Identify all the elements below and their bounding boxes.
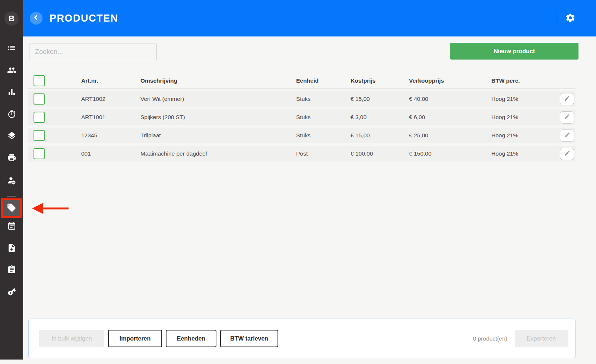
vat-rates-button[interactable]: BTW tarieven — [220, 330, 278, 347]
cell-btw: Hoog 21% — [491, 96, 560, 102]
stopwatch-icon — [7, 109, 16, 120]
cell-eenheid: Post — [296, 150, 351, 157]
sidebar-item-stock[interactable] — [4, 129, 19, 144]
cell-omschrijving: Spijkers (200 ST) — [140, 114, 296, 121]
sidebar-item-receipts[interactable] — [4, 151, 19, 166]
annotation-arrow — [32, 203, 69, 214]
import-button[interactable]: Importeren — [108, 330, 162, 347]
table-header-row: Art.nr. Omschrijving Eenheid Kostprijs V… — [28, 73, 576, 89]
pencil-icon — [564, 95, 570, 103]
cell-btw: Hoog 21% — [491, 114, 560, 121]
clipboard-icon — [7, 265, 16, 276]
column-header-verkoopprijs: Verkoopprijs — [409, 77, 491, 84]
pencil-icon — [564, 150, 570, 158]
tag-icon — [7, 203, 16, 214]
cell-verkoopprijs: € 150,00 — [409, 150, 491, 157]
column-header-btw: BTW perc. — [491, 77, 560, 84]
sidebar-item-time[interactable] — [4, 107, 19, 122]
sidebar-item-discounts[interactable]: % — [4, 174, 19, 189]
page-title: PRODUCTEN — [50, 0, 118, 36]
users-icon — [7, 66, 16, 76]
cell-omschrijving: Maaimachine per dagdeel — [140, 150, 296, 157]
row-checkbox[interactable] — [34, 93, 45, 105]
pencil-icon — [564, 132, 570, 140]
select-all-checkbox[interactable] — [34, 75, 45, 86]
search-input[interactable] — [29, 44, 157, 60]
cell-kostprijs: € 100,00 — [351, 150, 409, 157]
cell-kostprijs: € 15,00 — [351, 132, 409, 139]
cell-kostprijs: € 15,00 — [351, 96, 409, 102]
cell-kostprijs: € 3,00 — [351, 114, 409, 121]
calendar-icon — [7, 221, 16, 232]
cell-artnr: ART1002 — [81, 96, 140, 102]
header-divider — [557, 11, 557, 26]
column-header-omschrijving: Omschrijving — [140, 77, 296, 84]
sidebar-item-new-document[interactable] — [4, 241, 19, 256]
column-header-artnr: Art.nr. — [81, 77, 140, 84]
column-header-kostprijs: Kostprijs — [351, 77, 409, 84]
table-row: ART1001 Spijkers (200 ST) Stuks € 3,00 €… — [28, 109, 576, 125]
edit-row-button[interactable] — [560, 93, 574, 105]
row-checkbox[interactable] — [34, 130, 45, 141]
cell-omschrijving: Trilplaat — [140, 132, 296, 139]
back-button[interactable] — [30, 12, 42, 25]
cell-btw: Hoog 21% — [491, 132, 560, 139]
row-checkbox[interactable] — [34, 148, 45, 159]
sidebar-divider — [7, 196, 16, 197]
bulk-edit-button[interactable]: In bulk wijzigen — [39, 330, 104, 347]
selected-count-label: 0 product(en) — [473, 319, 507, 358]
sidebar: B % — [0, 0, 23, 360]
pencil-icon — [564, 114, 570, 121]
cell-omschrijving: Verf Wit (emmer) — [140, 96, 296, 102]
cell-btw: Hoog 21% — [491, 150, 560, 157]
products-table: Art.nr. Omschrijving Eenheid Kostprijs V… — [28, 73, 576, 162]
gear-icon — [565, 13, 576, 25]
cell-eenheid: Stuks — [296, 96, 351, 102]
bar-chart-icon — [7, 87, 16, 98]
table-row: 12345 Trilplaat Stuks € 15,00 € 25,00 Ho… — [28, 128, 576, 143]
export-button[interactable]: Exporteren — [515, 330, 568, 347]
cell-eenheid: Stuks — [296, 114, 351, 121]
units-button[interactable]: Eenheden — [166, 330, 216, 347]
app-logo: B — [4, 12, 19, 26]
cell-verkoopprijs: € 40,00 — [409, 96, 491, 102]
table-row: 001 Maaimachine per dagdeel Post € 100,0… — [28, 146, 576, 162]
sidebar-item-agenda[interactable] — [4, 219, 19, 234]
user-discount-icon: % — [7, 176, 16, 187]
cell-artnr: 12345 — [81, 132, 140, 139]
cell-eenheid: Stuks — [296, 132, 351, 139]
new-product-button[interactable]: Nieuw product — [450, 43, 578, 60]
cell-artnr: 001 — [81, 150, 140, 157]
chevron-left-icon — [32, 14, 40, 23]
edit-row-button[interactable] — [560, 148, 574, 160]
row-checkbox[interactable] — [34, 112, 45, 123]
sidebar-item-list[interactable] — [4, 41, 19, 56]
edit-row-button[interactable] — [560, 111, 574, 124]
cell-verkoopprijs: € 25,00 — [409, 132, 491, 139]
receipt-printer-icon — [7, 153, 16, 164]
sidebar-item-products[interactable] — [1, 198, 22, 218]
cell-verkoopprijs: € 6,00 — [409, 114, 491, 121]
cell-artnr: ART1001 — [81, 114, 140, 121]
table-row: ART1002 Verf Wit (emmer) Stuks € 15,00 €… — [28, 91, 576, 107]
edit-row-button[interactable] — [560, 130, 574, 142]
key-icon — [7, 287, 16, 298]
settings-button[interactable] — [564, 12, 577, 25]
sidebar-item-keys[interactable] — [4, 285, 19, 300]
footer-action-bar: In bulk wijzigen Importeren Eenheden BTW… — [28, 319, 576, 358]
sidebar-item-notes[interactable] — [4, 263, 19, 278]
svg-text:%: % — [12, 181, 15, 184]
column-header-eenheid: Eenheid — [296, 77, 351, 84]
layers-icon — [7, 131, 16, 142]
sidebar-item-users[interactable] — [4, 63, 19, 78]
header: PRODUCTEN — [23, 0, 596, 36]
list-icon — [7, 43, 16, 54]
file-plus-icon — [7, 243, 16, 254]
sidebar-item-statistics[interactable] — [4, 85, 19, 100]
